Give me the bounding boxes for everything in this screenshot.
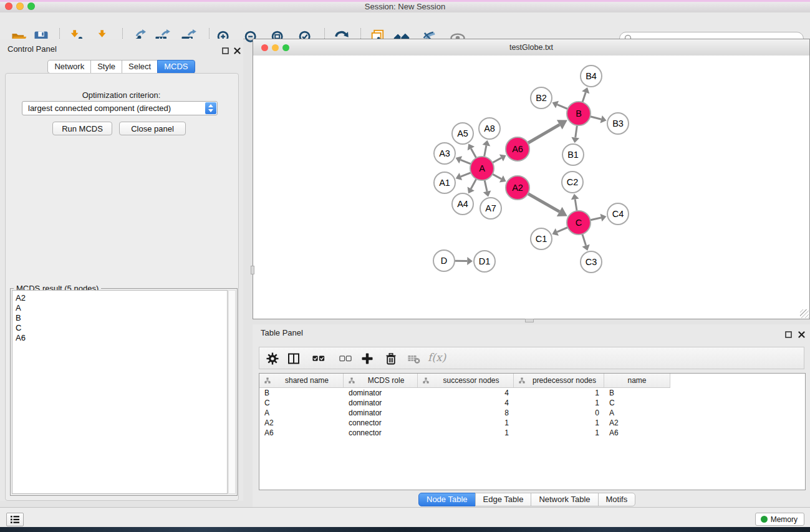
memory-status-dot-icon (761, 516, 768, 523)
table-cell: A2 (259, 418, 344, 428)
control-panel-tabs: NetworkStyleSelectMCDS (0, 60, 243, 74)
node-C4[interactable]: C4 (607, 203, 629, 225)
run-mcds-button[interactable]: Run MCDS (52, 122, 112, 135)
application-window: Session: New Session (0, 0, 810, 532)
result-scrollbar[interactable] (228, 290, 236, 494)
close-panel-button[interactable]: Close panel (119, 122, 186, 135)
mcds-result-list[interactable]: A2ABCA6 (12, 290, 228, 494)
node-A8[interactable]: A8 (479, 118, 500, 139)
table-cell: A (604, 408, 670, 418)
deselect-all-checkboxes-icon[interactable] (339, 352, 353, 366)
create-new-column-icon[interactable] (361, 352, 375, 366)
svg-text:A: A (479, 163, 485, 173)
dropdown-stepper-icon[interactable] (205, 102, 216, 114)
svg-text:C2: C2 (567, 177, 579, 187)
table-header-row: shared nameMCDS rolesuccessor nodesprede… (259, 374, 670, 388)
svg-text:C1: C1 (536, 234, 547, 244)
node-C[interactable]: C (567, 211, 591, 235)
status-bar: Memory (0, 507, 810, 527)
node-B1[interactable]: B1 (562, 144, 584, 165)
node-C1[interactable]: C1 (531, 228, 552, 249)
vertical-splitter-grip[interactable] (251, 266, 254, 274)
svg-text:A3: A3 (439, 148, 450, 158)
node-B3[interactable]: B3 (607, 113, 629, 134)
node-B4[interactable]: B4 (581, 65, 602, 87)
node-D1[interactable]: D1 (474, 251, 495, 272)
control-panel-title: Control Panel (7, 44, 57, 54)
table-cell: 1 (514, 388, 604, 398)
tab-style[interactable]: Style (90, 60, 122, 74)
optimization-criterion-dropdown[interactable]: largest connected component (directed) (22, 101, 218, 115)
table-cell: 1 (514, 428, 604, 438)
table-row[interactable]: A6connector11A6 (259, 428, 805, 438)
column-header-predecessor-nodes[interactable]: predecessor nodes (514, 374, 604, 387)
column-header-successor-nodes[interactable]: successor nodes (418, 374, 514, 387)
tab-network[interactable]: Network (47, 60, 91, 74)
svg-text:C4: C4 (612, 209, 624, 219)
horizontal-splitter-grip[interactable] (525, 319, 534, 322)
node-A2[interactable]: A2 (506, 176, 529, 200)
table-row[interactable]: A2connector11A2 (259, 418, 805, 428)
result-item[interactable]: C (16, 323, 227, 333)
table-cell: 0 (514, 408, 604, 418)
column-header-mcds-role[interactable]: MCDS role (344, 374, 418, 387)
select-all-checkboxes-icon[interactable] (312, 352, 326, 366)
result-item[interactable]: A (16, 303, 227, 313)
node-A5[interactable]: A5 (452, 123, 473, 144)
tab-edge-table[interactable]: Edge Table (475, 493, 532, 506)
memory-label: Memory (771, 515, 798, 524)
function-builder-icon: f(x) (428, 351, 446, 364)
delete-columns-trash-icon[interactable] (385, 352, 398, 366)
task-history-button[interactable] (6, 513, 24, 526)
table-row[interactable]: Adominator80A (259, 408, 805, 418)
svg-text:D1: D1 (479, 256, 491, 266)
network-canvas-area: AA1A3A5A8A4A7A6A2BB1B2B3B4CC1C2C3C4DD1 (253, 56, 809, 319)
delete-table-icon[interactable] (408, 352, 422, 366)
close-panel-icon[interactable] (234, 46, 241, 52)
tab-network-table[interactable]: Network Table (531, 493, 598, 506)
node-A7[interactable]: A7 (480, 198, 501, 219)
network-window-titlebar[interactable]: testGlobe.txt (253, 39, 809, 56)
table-cell: dominator (344, 408, 418, 418)
table-row[interactable]: Bdominator41B (259, 388, 805, 398)
table-panel: Table Panel f(x) shared nameMCDS role (253, 324, 810, 507)
tab-mcds[interactable]: MCDS (157, 60, 195, 74)
close-table-panel-icon[interactable] (798, 329, 805, 336)
svg-text:B1: B1 (567, 150, 579, 160)
table-panel-tabs: Node TableEdge TableNetwork TableMotifs (419, 493, 635, 506)
result-item[interactable]: A6 (16, 333, 227, 343)
node-A3[interactable]: A3 (434, 143, 455, 164)
node-D[interactable]: D (433, 250, 455, 271)
memory-button[interactable]: Memory (755, 513, 804, 526)
tab-node-table[interactable]: Node Table (418, 493, 476, 506)
node-A[interactable]: A (470, 157, 494, 180)
node-A6[interactable]: A6 (506, 137, 529, 161)
table-row[interactable]: Cdominator41C (259, 398, 805, 408)
node-C3[interactable]: C3 (581, 251, 602, 273)
column-header-shared-name[interactable]: shared name (259, 374, 344, 387)
result-item[interactable]: B (16, 313, 227, 323)
node-B[interactable]: B (567, 102, 591, 125)
table-panel-title: Table Panel (261, 328, 303, 337)
table-cell: A (259, 408, 344, 418)
node-A4[interactable]: A4 (452, 193, 473, 215)
node-B2[interactable]: B2 (531, 87, 552, 109)
svg-text:B: B (576, 109, 582, 118)
table-cell: B (259, 388, 344, 398)
table-cell: A2 (604, 418, 670, 428)
svg-text:D: D (441, 256, 447, 266)
mcds-result-box: MCDS result (5 nodes) A2ABCA6 (10, 288, 238, 496)
window-resize-grip[interactable] (800, 309, 809, 318)
column-header-name[interactable]: name (604, 374, 670, 387)
toggle-split-columns-icon[interactable] (287, 352, 301, 366)
tab-motifs[interactable]: Motifs (598, 493, 636, 506)
float-panel-icon[interactable] (222, 46, 229, 52)
result-item[interactable]: A2 (16, 293, 227, 303)
tab-select[interactable]: Select (122, 60, 158, 74)
node-A1[interactable]: A1 (434, 172, 455, 193)
column-settings-gear-icon[interactable] (266, 352, 280, 366)
float-table-panel-icon[interactable] (785, 329, 792, 336)
node-C2[interactable]: C2 (562, 172, 583, 193)
network-canvas[interactable]: AA1A3A5A8A4A7A6A2BB1B2B3B4CC1C2C3C4DD1 (253, 56, 809, 319)
main-toolbar (0, 12, 810, 39)
